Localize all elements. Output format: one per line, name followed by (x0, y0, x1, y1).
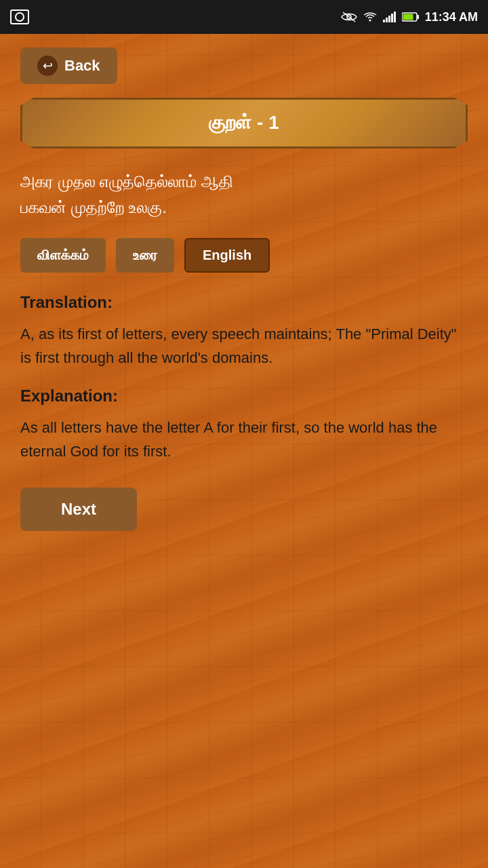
back-arrow-icon: ↩ (37, 56, 58, 76)
next-label: Next (61, 500, 96, 518)
wifi-icon (363, 12, 378, 22)
svg-rect-10 (403, 14, 413, 20)
svg-rect-4 (386, 18, 388, 22)
signal-icon (383, 12, 396, 22)
translation-label: Translation: (20, 293, 468, 312)
title-text: குறள் - 1 (209, 112, 279, 133)
tab-urai[interactable]: உரை (116, 238, 174, 273)
battery-icon (402, 12, 420, 22)
status-bar: 11:34 AM (0, 0, 488, 34)
svg-point-2 (369, 20, 371, 22)
back-button[interactable]: ↩ Back (20, 47, 117, 84)
translation-text: A, as its first of letters, every speech… (20, 322, 468, 370)
explanation-label: Explanation: (20, 387, 468, 406)
photo-icon (10, 9, 29, 24)
tamil-line-1: அகர முதல எழுத்தெல்லாம் ஆதி (20, 169, 468, 195)
explanation-text: As all letters have the letter A for the… (20, 416, 468, 463)
tab-vilakkam[interactable]: விளக்கம் (20, 238, 106, 273)
eye-icon (341, 12, 357, 22)
tab-english[interactable]: English (184, 238, 270, 273)
status-icons: 11:34 AM (341, 10, 478, 24)
tamil-line-2: பகவன் முதற்றே உலகு. (20, 195, 468, 220)
next-button[interactable]: Next (20, 488, 137, 531)
svg-rect-7 (394, 12, 396, 22)
svg-rect-6 (391, 14, 393, 22)
main-content: ↩ Back குறள் - 1 அகர முதல எழுத்தெல்லாம் … (0, 34, 488, 868)
svg-rect-9 (417, 15, 419, 19)
title-banner: குறள் - 1 (20, 98, 468, 149)
back-label: Back (64, 57, 100, 75)
svg-rect-3 (383, 20, 385, 22)
tamil-verse: அகர முதல எழுத்தெல்லாம் ஆதி பகவன் முதற்றே… (20, 169, 468, 221)
status-time: 11:34 AM (425, 10, 478, 24)
svg-rect-5 (388, 16, 390, 22)
tab-buttons: விளக்கம் உரை English (20, 238, 468, 273)
